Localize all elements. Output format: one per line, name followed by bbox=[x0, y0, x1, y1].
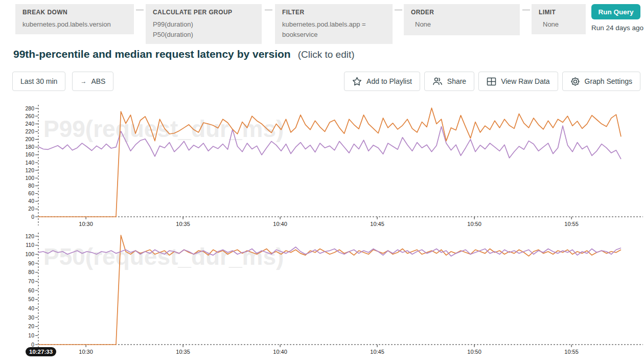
y-tick-label: 20 bbox=[28, 323, 34, 329]
x-tick-label: 10:30 bbox=[79, 221, 93, 227]
x-tick-label: 10:40 bbox=[273, 221, 287, 227]
clause-connector bbox=[265, 10, 272, 10]
y-tick-label: 50 bbox=[28, 296, 34, 302]
toolbar-left: Last 30 min → ABS bbox=[12, 72, 113, 91]
x-tick-label: 10:45 bbox=[370, 221, 384, 227]
y-tick-label: 100 bbox=[25, 251, 34, 257]
x-tick-label: 10:35 bbox=[176, 349, 190, 355]
graph-settings-button[interactable]: Graph Settings bbox=[562, 72, 640, 91]
page-title[interactable]: 99th-percentile and median request laten… bbox=[13, 48, 291, 60]
y-tick-label: 110 bbox=[26, 242, 34, 248]
y-tick-label: 60 bbox=[28, 287, 34, 293]
clause-label: CALCULATE PER GROUP bbox=[153, 9, 255, 16]
x-tick-label: 10:30 bbox=[79, 349, 93, 355]
clause-value: P99(duration) bbox=[153, 19, 255, 30]
y-tick-label: 0 bbox=[31, 342, 34, 348]
table-grid-icon bbox=[487, 77, 496, 86]
series-line-orange bbox=[38, 235, 621, 345]
y-tick-label: 140 bbox=[25, 160, 34, 166]
window-start-time-badge: 10:27:33 bbox=[26, 347, 56, 356]
clause-calculate-per-group[interactable]: CALCULATE PER GROUP P99(duration) P50(du… bbox=[146, 4, 262, 44]
y-tick-label: 240 bbox=[25, 121, 34, 127]
view-raw-data-label: View Raw Data bbox=[501, 77, 549, 85]
run-status: Run 24 days ago bbox=[591, 24, 643, 32]
share-people-icon bbox=[432, 77, 443, 86]
y-tick-label: 260 bbox=[25, 113, 34, 119]
time-range-button[interactable]: Last 30 min bbox=[12, 72, 65, 91]
clause-order[interactable]: ORDER None bbox=[404, 4, 520, 35]
clause-connector bbox=[136, 10, 144, 10]
clause-value: None bbox=[539, 19, 579, 30]
add-to-playlist-button[interactable]: Add to Playlist bbox=[344, 72, 420, 91]
clause-value: None bbox=[411, 19, 513, 30]
clause-label: LIMIT bbox=[539, 9, 579, 16]
x-tick-label: 10:55 bbox=[564, 221, 579, 227]
clause-break-down[interactable]: BREAK DOWN kubernetes.pod.labels.version bbox=[15, 4, 134, 34]
clause-label: FILTER bbox=[282, 9, 385, 16]
y-tick-label: 40 bbox=[28, 305, 34, 311]
clause-value: kubernetes.pod.labels.app = bookservice bbox=[282, 19, 385, 39]
clause-connector bbox=[522, 10, 530, 10]
x-tick-label: 10:45 bbox=[370, 349, 384, 355]
share-button[interactable]: Share bbox=[424, 72, 474, 91]
p50-latency-chart[interactable]: P50(request_dur_ms)010203040506070809010… bbox=[0, 230, 644, 358]
right-arrow-icon: → bbox=[80, 78, 86, 85]
y-tick-label: 200 bbox=[25, 136, 34, 142]
clause-label: ORDER bbox=[411, 9, 513, 16]
chart-watermark: P50(request_dur_ms) bbox=[43, 243, 284, 270]
abs-time-toggle-button[interactable]: → ABS bbox=[72, 72, 113, 91]
clause-limit[interactable]: LIMIT None bbox=[532, 4, 586, 34]
x-tick-label: 10:35 bbox=[176, 221, 190, 227]
x-tick-label: 10:55 bbox=[564, 349, 579, 355]
clause-filter[interactable]: FILTER kubernetes.pod.labels.app = books… bbox=[275, 4, 393, 44]
clause-value: P50(duration) bbox=[153, 30, 255, 40]
clause-label: BREAK DOWN bbox=[22, 9, 127, 16]
x-tick-label: 10:50 bbox=[467, 349, 481, 355]
y-tick-label: 120 bbox=[25, 233, 34, 239]
y-tick-label: 280 bbox=[25, 105, 34, 111]
chart-watermark: P99(request_dur_ms) bbox=[43, 116, 284, 142]
star-icon bbox=[352, 77, 362, 86]
y-tick-label: 180 bbox=[25, 144, 34, 150]
graph-settings-label: Graph Settings bbox=[585, 77, 632, 85]
y-tick-label: 30 bbox=[28, 314, 34, 321]
y-tick-label: 80 bbox=[28, 269, 34, 275]
clause-connector bbox=[395, 10, 402, 10]
add-to-playlist-label: Add to Playlist bbox=[366, 77, 412, 85]
y-tick-label: 60 bbox=[28, 190, 34, 196]
x-tick-label: 10:50 bbox=[467, 221, 481, 227]
y-tick-label: 20 bbox=[28, 206, 34, 212]
clause-value: kubernetes.pod.labels.version bbox=[22, 19, 127, 30]
abs-label: ABS bbox=[91, 77, 105, 85]
y-tick-label: 120 bbox=[25, 167, 34, 173]
x-tick-label: 10:40 bbox=[273, 349, 287, 355]
y-tick-label: 220 bbox=[25, 128, 34, 134]
time-range-label: Last 30 min bbox=[20, 77, 57, 85]
p99-latency-chart[interactable]: P99(request_dur_ms)020406080100120140160… bbox=[0, 102, 644, 230]
share-label: Share bbox=[447, 77, 466, 85]
y-tick-label: 40 bbox=[28, 198, 34, 204]
y-tick-label: 160 bbox=[25, 151, 34, 157]
y-tick-label: 0 bbox=[31, 214, 34, 220]
view-raw-data-button[interactable]: View Raw Data bbox=[478, 72, 558, 91]
click-to-edit-hint[interactable]: (Click to edit) bbox=[298, 49, 355, 60]
run-query-button[interactable]: Run Query bbox=[591, 4, 640, 19]
gear-icon bbox=[570, 77, 580, 86]
y-tick-label: 100 bbox=[25, 175, 34, 181]
y-tick-label: 80 bbox=[28, 183, 34, 189]
y-tick-label: 90 bbox=[28, 260, 34, 266]
y-tick-label: 10 bbox=[28, 332, 34, 338]
y-tick-label: 70 bbox=[28, 278, 34, 284]
toolbar-right: Add to Playlist Share View Raw Data bbox=[344, 72, 640, 91]
